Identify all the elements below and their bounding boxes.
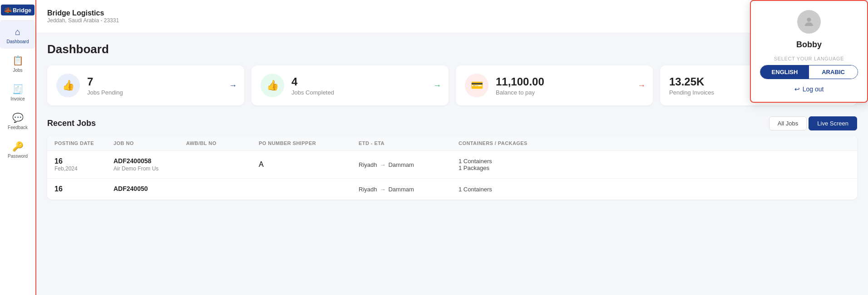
sidebar-item-jobs[interactable]: 📋 Jobs: [0, 49, 35, 77]
main-content: Bridge Logistics Jeddah, Saudi Arabia - …: [36, 0, 868, 295]
jobs-completed-icon: 👍: [261, 74, 284, 97]
jobs-pending-arrow: →: [229, 81, 237, 90]
lang-arabic-button[interactable]: ARABIC: [809, 65, 858, 79]
stat-card-jobs-pending: 👍 7 Jobs Pending →: [47, 65, 244, 105]
row1-job-sub: Air Demo From Us: [113, 165, 186, 172]
row2-containers: 1 Containers: [459, 186, 850, 193]
balance-info: 11,100.00 Balance to pay: [496, 75, 644, 96]
jobs-pending-label: Jobs Pending: [87, 89, 235, 96]
table-header: POSTING DATE JOB NO AWB/BL NO PO NUMBER …: [47, 136, 857, 151]
logo-text: Bridge: [13, 7, 31, 14]
jobs-completed-label: Jobs Completed: [291, 89, 439, 96]
table-row[interactable]: 16 ADF240050 Riyadh → Dammam 1 Container…: [47, 179, 857, 200]
row2-eta: Dammam: [388, 186, 414, 193]
row1-etd: Riyadh: [359, 161, 377, 168]
password-icon: 🔑: [12, 141, 24, 152]
dropdown-username: Bobby: [796, 40, 822, 50]
jobs-pending-value: 7: [87, 75, 235, 88]
language-section: SELECT YOUR LANGUAGE ENGLISH ARABIC: [760, 56, 858, 79]
lang-english-button[interactable]: ENGLISH: [760, 65, 809, 79]
row1-job-no: ADF2400058: [113, 157, 186, 165]
logout-button[interactable]: ↩ Log out: [794, 85, 824, 93]
route-arrow-icon2: →: [380, 186, 385, 193]
row1-date: 16 Feb,2024: [54, 157, 113, 172]
balance-value: 11,100.00: [496, 75, 644, 88]
row2-job-no: ADF240050: [113, 185, 186, 192]
sidebar-item-password[interactable]: 🔑 Password: [0, 135, 35, 163]
tab-live-screen[interactable]: Live Screen: [809, 116, 857, 130]
row1-po: A: [259, 160, 359, 169]
sidebar-item-label-dashboard: Dashboard: [7, 39, 29, 44]
col-po-shipper: PO NUMBER SHIPPER: [259, 140, 359, 146]
lang-label: SELECT YOUR LANGUAGE: [760, 56, 858, 61]
jobs-tab-group: All Jobs Live Screen: [769, 116, 857, 130]
dashboard-content: Dashboard 👍 7 Jobs Pending → 👍 4 Jobs Co…: [36, 33, 868, 295]
row1-containers-count: 1 Containers: [459, 158, 850, 165]
sidebar-item-invoice[interactable]: 🧾 Invoice: [0, 77, 35, 106]
tab-all-jobs[interactable]: All Jobs: [769, 116, 807, 130]
row2-route: Riyadh → Dammam: [359, 186, 459, 193]
stats-row: 👍 7 Jobs Pending → 👍 4 Jobs Completed → …: [47, 65, 857, 105]
jobs-icon: 📋: [12, 55, 24, 66]
row1-containers: 1 Containers 1 Packages: [459, 158, 850, 171]
header: Bridge Logistics Jeddah, Saudi Arabia - …: [36, 0, 868, 33]
row2-containers-count: 1 Containers: [459, 186, 850, 193]
col-etd-eta: ETD - ETA: [359, 140, 459, 146]
table-row[interactable]: 16 Feb,2024 ADF2400058 Air Demo From Us …: [47, 151, 857, 179]
col-job-no: JOB NO: [113, 140, 186, 146]
row1-day: 16: [54, 157, 113, 165]
sidebar-item-label-password: Password: [8, 154, 28, 159]
row2-job: ADF240050: [113, 185, 186, 193]
sidebar-item-label-feedback: Feedback: [8, 125, 28, 130]
jobs-completed-info: 4 Jobs Completed: [291, 75, 439, 96]
lang-buttons: ENGLISH ARABIC: [760, 65, 858, 79]
sidebar: 🌉 Bridge ⌂ Dashboard 📋 Jobs 🧾 Invoice 💬 …: [0, 0, 36, 295]
invoice-icon: 🧾: [12, 84, 24, 95]
jobs-pending-icon: 👍: [56, 74, 80, 97]
col-awb-bl: AWB/BL NO: [186, 140, 259, 146]
sidebar-item-dashboard[interactable]: ⌂ Dashboard: [0, 20, 35, 49]
balance-icon: 💳: [465, 74, 488, 97]
col-containers: CONTAINERS / PACKAGES: [459, 140, 850, 146]
jobs-completed-value: 4: [291, 75, 439, 88]
jobs-table: POSTING DATE JOB NO AWB/BL NO PO NUMBER …: [47, 136, 857, 200]
sidebar-item-feedback[interactable]: 💬 Feedback: [0, 106, 35, 135]
balance-label: Balance to pay: [496, 89, 644, 96]
logo[interactable]: 🌉 Bridge: [0, 0, 35, 20]
jobs-completed-arrow: →: [433, 81, 441, 90]
sidebar-nav: ⌂ Dashboard 📋 Jobs 🧾 Invoice 💬 Feedback …: [0, 20, 35, 295]
stat-card-jobs-completed: 👍 4 Jobs Completed →: [252, 65, 449, 105]
logout-icon: ↩: [794, 85, 800, 93]
stat-card-balance: 💳 11,100.00 Balance to pay →: [456, 65, 653, 105]
bridge-icon: 🌉: [4, 6, 12, 14]
sidebar-item-label-jobs: Jobs: [13, 68, 22, 73]
home-icon: ⌂: [15, 27, 20, 37]
recent-jobs-title: Recent Jobs: [47, 119, 96, 128]
col-posting-date: POSTING DATE: [54, 140, 113, 146]
company-info: Bridge Logistics Jeddah, Saudi Arabia - …: [47, 9, 119, 24]
user-dropdown: Bobby SELECT YOUR LANGUAGE ENGLISH ARABI…: [750, 0, 868, 103]
row1-route: Riyadh → Dammam: [359, 161, 459, 168]
recent-jobs-header: Recent Jobs All Jobs Live Screen: [47, 116, 857, 130]
row2-day: 16: [54, 185, 113, 193]
svg-point-1: [807, 18, 811, 22]
company-address: Jeddah, Saudi Arabia - 23331: [47, 17, 119, 24]
row1-packages-count: 1 Packages: [459, 165, 850, 171]
company-name: Bridge Logistics: [47, 9, 119, 17]
sidebar-item-label-invoice: Invoice: [10, 96, 25, 101]
dropdown-avatar: [797, 10, 821, 34]
row2-date: 16: [54, 185, 113, 193]
balance-arrow: →: [637, 81, 646, 90]
row2-etd: Riyadh: [359, 186, 377, 193]
jobs-pending-info: 7 Jobs Pending: [87, 75, 235, 96]
logout-label: Log out: [803, 85, 824, 93]
feedback-icon: 💬: [12, 112, 24, 123]
row1-month: Feb,2024: [54, 165, 113, 172]
route-arrow-icon: →: [380, 161, 385, 168]
row1-job: ADF2400058 Air Demo From Us: [113, 157, 186, 172]
row1-eta: Dammam: [388, 161, 414, 168]
page-title: Dashboard: [47, 42, 857, 56]
